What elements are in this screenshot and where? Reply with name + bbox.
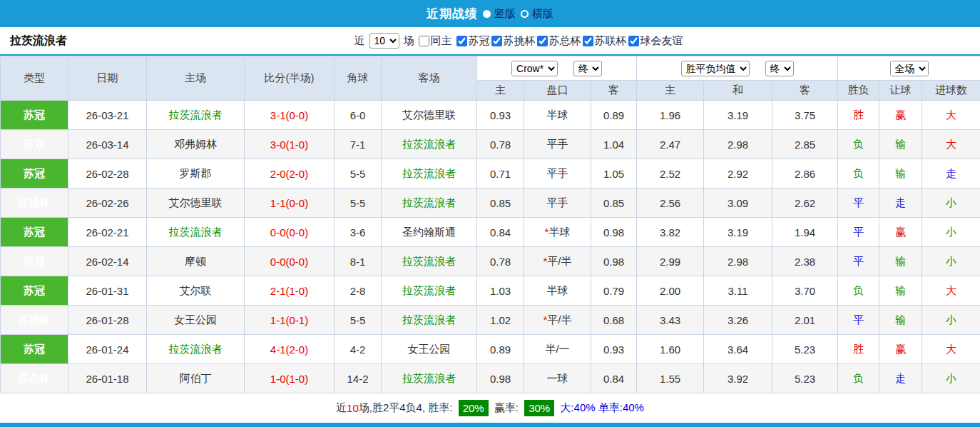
- outcome: 负: [838, 159, 879, 189]
- league-checkbox[interactable]: [537, 36, 548, 46]
- outcome: 负: [838, 276, 879, 306]
- horizontal-layout-label: 横版: [532, 7, 553, 21]
- away-team: 女王公园: [382, 335, 477, 364]
- col-outcome: 胜负: [838, 81, 879, 101]
- league-label: 苏总杯: [549, 34, 581, 48]
- league-checkbox[interactable]: [583, 36, 593, 46]
- summary-segment: 单率:40%: [596, 401, 644, 415]
- euro-away-odds: 5.23: [772, 335, 838, 364]
- match-date: 26-02-21: [68, 218, 147, 247]
- league-label: 苏冠: [469, 34, 490, 48]
- vertical-layout-radio[interactable]: 竖版: [483, 7, 516, 21]
- score: 3-0(1-0): [245, 130, 335, 159]
- recent-label: 近: [354, 34, 365, 48]
- summary-segment: 近: [336, 401, 347, 415]
- summary-segment: 30%: [524, 400, 554, 416]
- corners: 6-0: [335, 101, 382, 130]
- table-row: 苏冠26-02-14摩顿0-0(0-0)8-1拉茨流浪者0.78*平/半0.98…: [1, 247, 980, 276]
- score: 0-0(0-0): [245, 218, 335, 247]
- euro-draw-odds: 2.98: [704, 247, 772, 276]
- asian-home-odds: 1.02: [477, 306, 524, 335]
- league-filter[interactable]: 苏挑杯: [491, 34, 536, 48]
- score: 1-1(0-0): [245, 189, 335, 218]
- top-bar: 近期战绩 竖版 横版: [0, 0, 980, 27]
- col-date: 日期: [68, 56, 147, 101]
- summary-segment: 10: [347, 402, 359, 414]
- goals-result: 小: [922, 306, 980, 335]
- league-filter[interactable]: 球会友谊: [628, 34, 683, 48]
- away-team: 拉茨流浪者: [382, 189, 477, 218]
- asian-time-select[interactable]: 终: [573, 61, 602, 76]
- score: 3-1(0-0): [245, 101, 335, 130]
- score: 1-1(0-1): [245, 306, 335, 335]
- euro-odds-group: 胜平负均值 终: [637, 56, 838, 81]
- euro-home-odds: 1.55: [637, 364, 704, 393]
- handicap-result: 走: [879, 364, 922, 393]
- euro-home-odds: 2.00: [637, 276, 704, 306]
- horizontal-layout-radio[interactable]: 横版: [521, 7, 553, 21]
- asian-away-odds: 0.79: [591, 276, 637, 306]
- handicap-result: 赢: [879, 335, 922, 364]
- asian-handicap: *平/半: [524, 247, 591, 276]
- handicap-result: 赢: [879, 218, 922, 247]
- same-home-checkbox[interactable]: [419, 36, 429, 46]
- bookmaker-select[interactable]: Crow*: [511, 61, 558, 76]
- col-euro-draw: 和: [704, 81, 772, 101]
- radio-selected-icon: [483, 10, 491, 18]
- table-row: 苏冠26-02-28罗斯郡2-0(2-0)5-5拉茨流浪者0.71平手1.052…: [1, 159, 980, 189]
- col-goals: 进球数: [922, 81, 980, 101]
- euro-draw-odds: 3.09: [704, 189, 772, 218]
- league-filter[interactable]: 苏冠: [456, 34, 490, 48]
- match-type-badge: 苏冠: [1, 101, 68, 130]
- handicap-result: 走: [879, 189, 922, 218]
- recent-count-select[interactable]: 10: [369, 33, 399, 49]
- outcome: 平: [838, 247, 879, 276]
- match-type-badge: 苏总杯: [1, 364, 68, 393]
- goals-result: 大: [922, 335, 980, 364]
- summary-segment: 场,胜2平4负4, 胜率:: [359, 401, 456, 415]
- euro-away-odds: 2.38: [772, 247, 838, 276]
- same-home-label: 同主: [431, 34, 452, 48]
- league-filter[interactable]: 苏联杯: [583, 34, 627, 48]
- euro-home-odds: 3.82: [637, 218, 704, 247]
- home-team: 罗斯郡: [147, 159, 245, 189]
- euro-away-odds: 2.86: [772, 159, 838, 189]
- handicap-result: 输: [879, 276, 922, 306]
- corners: 7-1: [335, 130, 382, 159]
- league-filter[interactable]: 苏总杯: [537, 34, 581, 48]
- euro-draw-odds: 3.11: [704, 276, 772, 306]
- asian-handicap: *半球: [524, 218, 591, 247]
- table-row: 苏挑杯26-01-28女王公园1-1(0-1)5-5拉茨流浪者1.02*平/半0…: [1, 306, 980, 335]
- handicap-result: 赢: [879, 101, 922, 130]
- euro-draw-odds: 2.92: [704, 159, 772, 189]
- league-label: 苏联杯: [595, 34, 627, 48]
- corners: 4-2: [335, 335, 382, 364]
- home-team: 拉茨流浪者: [147, 101, 245, 130]
- league-checkbox[interactable]: [491, 36, 502, 46]
- home-team: 艾尔德里联: [147, 189, 245, 218]
- score: 4-1(2-0): [245, 335, 335, 364]
- same-home-filter[interactable]: 同主: [419, 34, 452, 48]
- asian-handicap: 半球: [524, 276, 591, 306]
- euro-away-odds: 2.01: [772, 306, 838, 335]
- away-team: 拉茨流浪者: [382, 276, 477, 306]
- asian-home-odds: 0.84: [477, 218, 524, 247]
- asian-home-odds: 0.78: [477, 130, 524, 159]
- col-handicap-result: 让球: [879, 81, 922, 101]
- scope-select[interactable]: 全场: [890, 61, 929, 76]
- summary-segment: 赢率:: [491, 401, 522, 415]
- euro-draw-odds: 3.19: [704, 218, 772, 247]
- euro-time-select[interactable]: 终: [765, 61, 794, 76]
- table-row: 苏冠26-03-21拉茨流浪者3-1(0-0)6-0艾尔德里联0.93半球0.8…: [1, 101, 980, 130]
- match-type-badge: 苏挑杯: [1, 306, 68, 335]
- filter-bar: 拉茨流浪者 近 10 场 同主 苏冠苏挑杯苏总杯苏联杯球会友谊: [0, 27, 980, 56]
- asian-handicap: 平手: [524, 189, 591, 218]
- goals-result: 小: [922, 218, 980, 247]
- euro-away-odds: 3.75: [772, 101, 838, 130]
- league-checkbox[interactable]: [628, 36, 639, 46]
- col-euro-home: 主: [637, 81, 704, 101]
- euro-home-odds: 2.47: [637, 130, 704, 159]
- match-type-badge: 苏冠: [1, 159, 68, 189]
- euro-odds-select[interactable]: 胜平负均值: [681, 61, 750, 76]
- league-checkbox[interactable]: [456, 36, 467, 46]
